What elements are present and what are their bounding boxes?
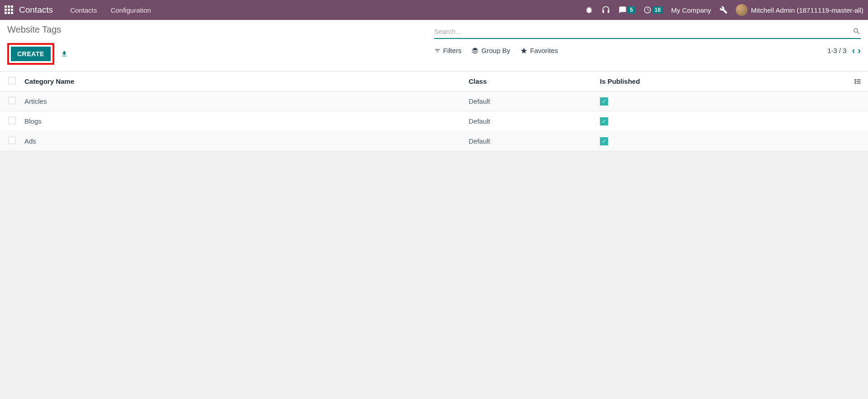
- row-checkbox[interactable]: [8, 137, 15, 144]
- search-box[interactable]: [434, 24, 861, 39]
- row-checkbox[interactable]: [8, 117, 15, 124]
- support-icon[interactable]: [601, 5, 610, 14]
- table-row[interactable]: BlogsDefault✓: [0, 111, 868, 131]
- create-highlight: CREATE: [7, 43, 54, 65]
- top-navbar: Contacts Contacts Configuration 5 16 My …: [0, 0, 868, 20]
- favorites-button[interactable]: Favorites: [520, 47, 558, 54]
- user-menu[interactable]: Mitchell Admin (18711119-master-all): [736, 4, 863, 16]
- svg-point-0: [854, 79, 856, 80]
- pager-next[interactable]: ›: [858, 45, 861, 56]
- nav-link-configuration[interactable]: Configuration: [105, 6, 156, 14]
- row-checkbox[interactable]: [8, 97, 15, 104]
- cell-published: ✓: [595, 111, 849, 131]
- cell-published: ✓: [595, 131, 849, 151]
- header-category[interactable]: Category Name: [20, 72, 464, 91]
- app-brand[interactable]: Contacts: [19, 5, 53, 15]
- filters-button[interactable]: Filters: [434, 47, 462, 54]
- pager-prev[interactable]: ‹: [852, 45, 855, 56]
- table-header-row: Category Name Class Is Published: [0, 72, 868, 91]
- groupby-label: Group By: [481, 47, 510, 54]
- table-row[interactable]: ArticlesDefault✓: [0, 91, 868, 111]
- favorites-label: Favorites: [530, 47, 558, 54]
- svg-rect-5: [857, 83, 861, 84]
- list-view: Category Name Class Is Published Article…: [0, 72, 868, 151]
- page-title: Website Tags: [7, 24, 434, 35]
- pager-text: 1-3 / 3: [827, 47, 847, 54]
- cell-published: ✓: [595, 91, 849, 111]
- cell-category: Ads: [20, 131, 464, 151]
- svg-rect-3: [857, 81, 861, 82]
- cell-category: Articles: [20, 91, 464, 111]
- messages-badge: 5: [628, 6, 635, 14]
- nav-link-contacts[interactable]: Contacts: [65, 6, 102, 14]
- cell-class: Default: [464, 91, 595, 111]
- export-icon[interactable]: [61, 50, 68, 58]
- table-row[interactable]: AdsDefault✓: [0, 131, 868, 151]
- settings-icon[interactable]: [719, 6, 728, 14]
- filters-label: Filters: [443, 47, 462, 54]
- search-icon[interactable]: [853, 27, 861, 35]
- optional-columns-icon[interactable]: [854, 77, 862, 86]
- cell-class: Default: [464, 131, 595, 151]
- header-published[interactable]: Is Published: [595, 72, 849, 91]
- avatar: [736, 4, 748, 16]
- check-icon: ✓: [600, 117, 608, 125]
- search-input[interactable]: [434, 28, 853, 35]
- activity-icon[interactable]: 16: [643, 6, 663, 14]
- svg-rect-1: [857, 79, 861, 80]
- create-button[interactable]: CREATE: [11, 47, 51, 61]
- svg-point-2: [854, 81, 856, 82]
- groupby-button[interactable]: Group By: [471, 47, 510, 54]
- bug-icon[interactable]: [585, 6, 593, 14]
- company-switcher[interactable]: My Company: [671, 6, 711, 14]
- check-icon: ✓: [600, 97, 608, 106]
- select-all-checkbox[interactable]: [8, 77, 15, 84]
- apps-icon[interactable]: [5, 5, 14, 14]
- svg-point-4: [854, 82, 856, 84]
- control-panel: Website Tags CREATE: [0, 20, 868, 72]
- messages-icon[interactable]: 5: [619, 6, 635, 14]
- user-name: Mitchell Admin (18711119-master-all): [751, 6, 863, 14]
- activity-badge: 16: [652, 6, 663, 14]
- cell-category: Blogs: [20, 111, 464, 131]
- cell-class: Default: [464, 111, 595, 131]
- header-class[interactable]: Class: [464, 72, 595, 91]
- check-icon: ✓: [600, 137, 608, 145]
